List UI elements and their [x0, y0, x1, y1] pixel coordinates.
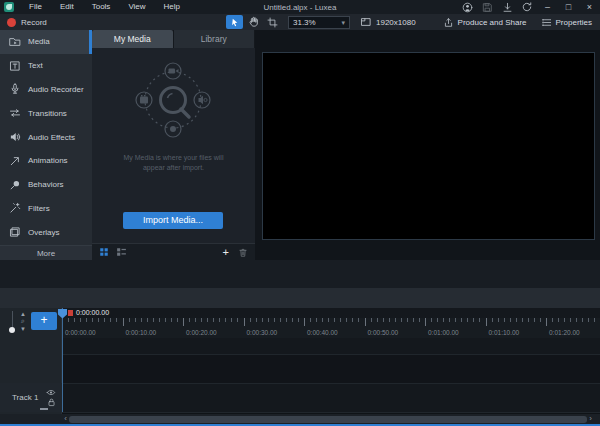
sidebar-item-overlays[interactable]: Overlays: [0, 220, 92, 244]
save-icon[interactable]: [481, 1, 493, 13]
media-panel-footer: +: [92, 243, 255, 260]
tab-my-media[interactable]: My Media: [92, 30, 173, 48]
menu-edit[interactable]: Edit: [51, 0, 83, 14]
produce-label: Produce and Share: [458, 18, 527, 27]
sidebar-item-animations[interactable]: Animations: [0, 149, 92, 173]
playhead-handle[interactable]: [58, 309, 68, 319]
ruler-tick: [443, 318, 444, 322]
sidebar-item-text[interactable]: Text: [0, 54, 92, 78]
import-media-button[interactable]: Import Media...: [123, 212, 223, 229]
record-marker[interactable]: [68, 310, 73, 316]
ruler-tick: [365, 318, 366, 326]
timeline-lane: [62, 338, 600, 354]
menu-tools[interactable]: Tools: [83, 0, 120, 14]
crop-icon: [267, 17, 278, 28]
ruler-tick: [147, 318, 148, 322]
pan-tool-button[interactable]: [245, 15, 262, 29]
sidebar-item-filters[interactable]: Filters: [0, 197, 92, 221]
sidebar-item-label: Transitions: [28, 109, 67, 118]
ruler-tick: [274, 318, 275, 322]
sidebar-item-label: Audio Effects: [28, 133, 75, 142]
stage-zoom-value: 31.3%: [293, 18, 316, 27]
add-track-button[interactable]: +: [31, 312, 57, 330]
sidebar-item-audio-recorder[interactable]: Audio Recorder: [0, 78, 92, 102]
ruler-tick: [92, 318, 93, 322]
ruler-tick: [498, 318, 499, 322]
track-height-slider-handle[interactable]: [9, 327, 15, 333]
delete-media-icon[interactable]: [238, 247, 248, 258]
properties-button[interactable]: Properties: [541, 17, 592, 28]
ruler-tick: [268, 318, 269, 322]
transitions-icon: [9, 107, 21, 119]
grid-view-icon[interactable]: [99, 247, 109, 257]
ruler-label: 0:00:50.00: [368, 329, 399, 336]
track-header[interactable]: Track 1: [0, 383, 62, 412]
playhead-line: [62, 308, 63, 412]
ruler-tick: [116, 318, 117, 322]
sidebar: Media Text Audio Recorder Transitions Au…: [0, 30, 92, 260]
menu-view[interactable]: View: [119, 0, 154, 14]
ruler-tick: [467, 318, 468, 322]
ruler-tick: [377, 318, 378, 322]
sidebar-more-button[interactable]: More: [0, 245, 92, 260]
record-button[interactable]: Record: [0, 18, 47, 27]
add-media-button[interactable]: +: [223, 247, 229, 258]
scroll-left-icon[interactable]: ‹: [62, 414, 69, 424]
animations-icon: [9, 155, 21, 167]
scroll-right-icon[interactable]: ›: [587, 414, 594, 424]
download-icon[interactable]: [501, 1, 513, 13]
ruler-tick: [195, 318, 196, 322]
account-icon[interactable]: [461, 1, 473, 13]
list-view-icon[interactable]: [116, 247, 127, 257]
minimize-button[interactable]: –: [541, 0, 554, 14]
ruler-label: 0:00:10.00: [126, 329, 157, 336]
ruler-tick: [280, 318, 281, 322]
sidebar-item-behaviors[interactable]: Behaviors: [0, 173, 92, 197]
ruler-tick: [407, 318, 408, 322]
tab-library[interactable]: Library: [174, 30, 255, 48]
ruler-tick: [80, 318, 81, 322]
ruler-tick: [576, 318, 577, 322]
empty-media-graphic: [123, 62, 223, 144]
filters-icon: [9, 202, 21, 214]
crop-tool-button[interactable]: [264, 15, 281, 29]
track-zoom-down-icon[interactable]: ▼: [19, 326, 27, 332]
ruler-tick: [262, 318, 263, 322]
scrollbar-thumb[interactable]: [69, 416, 587, 423]
record-label: Record: [21, 18, 47, 27]
close-button[interactable]: ×: [583, 0, 596, 14]
ruler-tick: [86, 318, 87, 322]
empty-media-hint: appear after import.: [92, 164, 255, 171]
ruler-tick: [534, 318, 535, 322]
timeline-horizontal-scrollbar[interactable]: ‹ ›: [0, 414, 600, 424]
stage-zoom-select[interactable]: 31.3% ▾: [288, 16, 350, 29]
sidebar-item-transitions[interactable]: Transitions: [0, 101, 92, 125]
properties-label: Properties: [556, 18, 592, 27]
titlebar: File Edit Tools View Help Untitled.alpx …: [0, 0, 600, 14]
ruler-tick: [455, 318, 456, 322]
track-visibility-eye-icon[interactable]: [46, 389, 56, 396]
track-magnifier-icon: ⌕: [19, 318, 27, 324]
sidebar-item-label: Behaviors: [28, 180, 64, 189]
empty-media-hint: My Media is where your files will: [92, 154, 255, 161]
ruler-tick: [322, 318, 323, 322]
track-lock-icon[interactable]: [47, 398, 56, 407]
sync-icon[interactable]: [521, 1, 533, 13]
ruler-tick: [334, 318, 335, 322]
menu-help[interactable]: Help: [155, 0, 189, 14]
ruler-tick: [437, 318, 438, 322]
produce-and-share-button[interactable]: Produce and Share: [443, 17, 527, 28]
timeline: 0:00:00.000:00:10.000:00:20.000:00:30.00…: [0, 308, 600, 426]
timeline-marker-strip[interactable]: [62, 308, 600, 318]
select-tool-button[interactable]: [226, 15, 243, 29]
ruler-tick: [74, 318, 75, 322]
sidebar-item-label: Animations: [28, 156, 68, 165]
ruler-label: 0:00:40.00: [307, 329, 338, 336]
maximize-button[interactable]: □: [562, 0, 575, 14]
sidebar-item-label: Text: [28, 61, 43, 70]
sidebar-item-audio-effects[interactable]: Audio Effects: [0, 125, 92, 149]
ruler-tick: [510, 318, 511, 322]
menu-file[interactable]: File: [20, 0, 51, 14]
sidebar-item-media[interactable]: Media: [0, 30, 92, 54]
main-toolbar: Record 31.3% ▾ 1920x1080 Produce and Sha…: [0, 14, 600, 30]
